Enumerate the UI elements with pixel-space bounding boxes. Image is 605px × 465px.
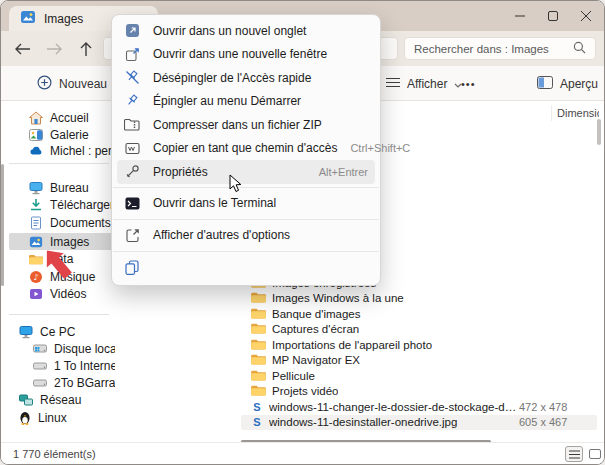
up-button[interactable] [75, 38, 97, 60]
forward-button[interactable] [43, 38, 65, 60]
menu-item-label: Ouvrir dans le Terminal [153, 196, 368, 210]
folder-row[interactable]: Importations de l'appareil photo [241, 337, 597, 353]
sidebar-item-accueil[interactable]: Accueil [9, 109, 115, 126]
music-icon: ♪ [29, 270, 43, 284]
sidebar-item-bureau[interactable]: Bureau [9, 179, 115, 196]
details-view-button[interactable] [565, 446, 583, 462]
sidebar-item-label: Téléchargements [50, 198, 115, 212]
menu-item-label: Copier en tant que chemin d'accès [153, 141, 337, 155]
videos-icon [29, 287, 43, 301]
tab-label: Images [44, 12, 83, 26]
more-commands-button[interactable]: ••• [453, 71, 484, 96]
close-button[interactable] [569, 1, 602, 31]
folder-row[interactable]: Captures d'écran [241, 322, 597, 338]
file-explorer-window: Images Rechercher dans : Images [0, 0, 605, 465]
preview-pane-label: Aperçu [560, 77, 598, 91]
desktop-icon [29, 181, 43, 195]
search-box[interactable]: Rechercher dans : Images [404, 37, 596, 60]
sidebar-item-videos[interactable]: Vidéos [9, 285, 115, 302]
menu-item-proprietes[interactable]: Propriétés Alt+Entrer [117, 160, 375, 184]
folder-row[interactable]: Banque d'images [241, 306, 597, 322]
search-input[interactable]: Rechercher dans : Images [414, 43, 573, 55]
maximize-button[interactable] [536, 1, 569, 31]
sidebar-item-label: 1 To Interne sauvegarde (D:) [54, 359, 115, 373]
mouse-cursor [229, 174, 242, 196]
folder-row[interactable]: Images Windows à la une [241, 291, 597, 307]
sidebar-divider [9, 314, 109, 315]
sidebar-divider [9, 163, 109, 164]
menu-item-desepingler[interactable]: Désépingler de l'Accès rapide [112, 66, 380, 90]
minimize-button[interactable] [503, 1, 536, 31]
menu-separator [113, 219, 379, 220]
folder-name: Images Windows à la une [272, 292, 404, 304]
svg-text:♪: ♪ [33, 273, 38, 282]
sidebar-item-drive-e[interactable]: 2To BGarracuda (E:) [9, 374, 115, 391]
vertical-scrollbar[interactable] [597, 119, 601, 145]
menu-item-ouvrir-nouvel-onglet[interactable]: Ouvrir dans un nouvel onglet [112, 19, 380, 43]
menu-item-epingler-demarrer[interactable]: Épingler au menu Démarrer [112, 90, 380, 114]
file-row[interactable]: S windows-11-desinstaller-onedrive.jpg 6… [241, 415, 597, 431]
folder-row[interactable]: MP Navigator EX [241, 353, 597, 369]
home-icon [29, 111, 43, 125]
file-row[interactable]: S windows-11-changer-le-dossier-de-stock… [241, 399, 597, 415]
terminal-icon [124, 197, 140, 210]
sidebar-item-onedrive[interactable]: Michel : personne [9, 142, 115, 159]
image-file-icon: S [251, 401, 263, 413]
preview-pane-button[interactable]: Aperçu [529, 71, 605, 96]
sidebar-item-label: Ce PC [40, 325, 75, 339]
sidebar-item-galerie[interactable]: Galerie [9, 126, 115, 143]
folder-row[interactable]: Projets vidéo [241, 384, 597, 400]
sidebar-item-linux[interactable]: Linux [9, 409, 115, 426]
menu-item-label: Désépingler de l'Accès rapide [153, 71, 368, 85]
file-dimensions: 472 x 478 [519, 401, 567, 413]
sidebar-item-drive-d[interactable]: 1 To Interne sauvegarde (D:) [9, 357, 115, 374]
plus-circle-icon [37, 75, 52, 93]
file-name: windows-11-desinstaller-onedrive.jpg [269, 416, 457, 428]
menu-item-copy[interactable] [112, 255, 380, 281]
folder-name: Importations de l'appareil photo [272, 339, 432, 351]
folder-row[interactable]: Pellicule [241, 368, 597, 384]
sidebar-item-telechargements[interactable]: Téléchargements [9, 196, 115, 213]
sidebar-item-ce-pc[interactable]: Ce PC [9, 323, 115, 340]
menu-separator [113, 251, 379, 252]
new-button-label: Nouveau [59, 77, 107, 91]
copy-as-path-icon [124, 142, 140, 155]
folder-icon [251, 291, 266, 305]
menu-separator [113, 187, 379, 188]
gallery-icon [29, 128, 43, 142]
sidebar-item-label: Galerie [50, 128, 89, 142]
menu-item-ouvrir-nouvelle-fenetre[interactable]: Ouvrir dans une nouvelle fenêtre [112, 43, 380, 67]
menu-item-shortcut: Ctrl+Shift+C [350, 142, 410, 154]
documents-icon [29, 216, 43, 230]
folder-icon [251, 353, 266, 367]
thumbnail-view-button[interactable] [586, 446, 604, 462]
menu-item-afficher-options[interactable]: Afficher d'autres d'options [112, 223, 380, 248]
sidebar-item-reseau[interactable]: Réseau [9, 391, 115, 408]
downloads-icon [29, 198, 43, 212]
sidebar-item-label: Disque local (C:) [54, 342, 115, 356]
sidebar-item-disque-c[interactable]: Disque local (C:) [9, 340, 115, 357]
sidebar-item-documents[interactable]: Documents [9, 214, 115, 231]
image-file-icon: S [251, 416, 263, 428]
menu-item-compresser-zip[interactable]: Compresser dans un fichier ZIP [112, 113, 380, 137]
properties-icon [124, 164, 140, 179]
zip-folder-icon [124, 118, 140, 131]
column-header-dimensions[interactable]: Dimensions [557, 107, 599, 119]
back-button[interactable] [11, 38, 33, 60]
menu-item-ouvrir-terminal[interactable]: Ouvrir dans le Terminal [112, 191, 380, 216]
folder-name: Pellicule [272, 370, 315, 382]
sidebar-item-label: Michel : personne [50, 144, 115, 158]
menu-item-label: Compresser dans un fichier ZIP [153, 118, 368, 132]
window-controls [503, 1, 602, 31]
sidebar-item-label: Bureau [50, 181, 89, 195]
sidebar-item-label: Vidéos [50, 287, 86, 301]
sidebar-scrollbar[interactable] [1, 164, 4, 286]
column-separator [551, 105, 552, 121]
this-pc-icon [19, 325, 33, 339]
item-count: 1 770 élément(s) [13, 448, 96, 460]
network-icon [19, 393, 33, 407]
show-more-options-icon [124, 228, 140, 243]
unpin-icon [124, 70, 140, 85]
menu-item-copier-chemin[interactable]: Copier en tant que chemin d'accès Ctrl+S… [112, 137, 380, 161]
sidebar-item-label: 2To BGarracuda (E:) [54, 376, 115, 390]
